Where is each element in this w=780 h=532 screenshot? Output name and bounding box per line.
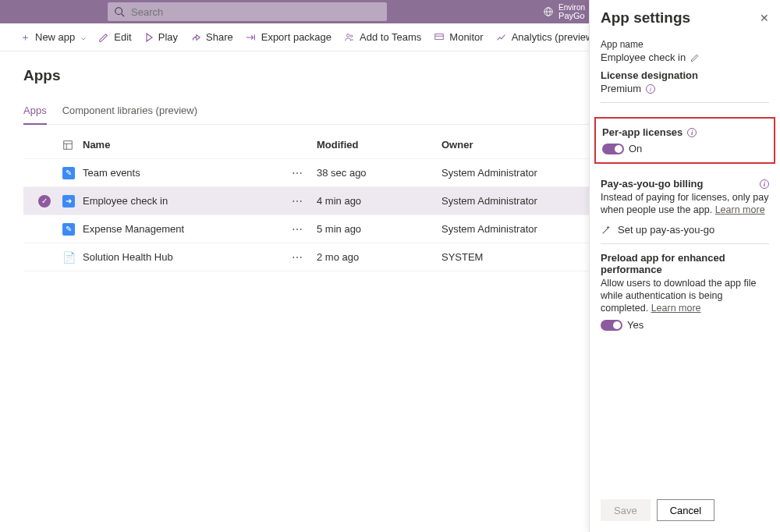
- add-to-teams-button[interactable]: Add to Teams: [339, 28, 426, 46]
- info-icon[interactable]: i: [687, 128, 697, 137]
- app-name: Solution Health Hub: [83, 251, 292, 263]
- environment-icon: [543, 6, 554, 17]
- app-name-label: App name: [601, 39, 769, 50]
- license-value: Premium: [601, 83, 641, 94]
- svg-rect-10: [64, 140, 73, 149]
- plus-icon: ＋: [20, 30, 30, 44]
- per-app-toggle[interactable]: [602, 144, 624, 154]
- owner-cell: System Administrator: [441, 223, 574, 235]
- svg-point-6: [350, 34, 353, 37]
- export-button[interactable]: Export package: [241, 28, 336, 46]
- modified-cell: 5 min ago: [317, 223, 441, 235]
- monitor-icon: [434, 32, 445, 43]
- environment-picker[interactable]: Environ PayGo: [543, 3, 585, 20]
- search-box[interactable]: [108, 2, 387, 21]
- chevron-down-icon: ⌵: [81, 33, 86, 41]
- info-icon[interactable]: i: [760, 179, 769, 189]
- per-app-state: On: [629, 143, 642, 154]
- column-owner[interactable]: Owner: [441, 139, 574, 151]
- modified-cell: 38 sec ago: [317, 167, 441, 179]
- column-layout-icon[interactable]: [62, 140, 83, 151]
- tab-component-libraries[interactable]: Component libraries (preview): [62, 98, 197, 124]
- setup-payg-button[interactable]: Set up pay-as-you-go: [601, 224, 769, 236]
- payg-label: Pay-as-you-go billing: [601, 178, 703, 190]
- row-selected-icon[interactable]: ✓: [38, 195, 51, 207]
- app-settings-panel: App settings ✕ App name Employee check i…: [589, 0, 780, 532]
- app-icon: ✎: [62, 167, 75, 179]
- pencil-icon: [98, 32, 109, 43]
- more-icon[interactable]: ⋯: [292, 195, 317, 207]
- app-icon: 📄: [62, 251, 75, 264]
- owner-cell: System Administrator: [441, 195, 574, 207]
- learn-more-link[interactable]: Learn more: [651, 303, 701, 314]
- column-modified[interactable]: Modified: [317, 139, 441, 151]
- owner-cell: SYSTEM: [441, 251, 574, 263]
- search-icon: [114, 6, 125, 17]
- wand-icon: [601, 225, 612, 236]
- teams-icon: [344, 32, 355, 43]
- modified-cell: 4 min ago: [317, 195, 441, 207]
- new-app-button[interactable]: ＋ New app ⌵: [16, 27, 90, 48]
- app-name-value: Employee check in: [601, 51, 686, 63]
- app-icon: ➜: [62, 195, 75, 207]
- svg-point-0: [115, 8, 122, 15]
- more-icon[interactable]: ⋯: [292, 167, 317, 179]
- per-app-licenses-highlight: Per-app licenses i On: [594, 117, 775, 164]
- app-name: Expense Management: [83, 223, 292, 235]
- svg-rect-7: [435, 34, 444, 39]
- app-name: Employee check in: [83, 195, 292, 207]
- svg-point-5: [347, 34, 350, 37]
- monitor-button[interactable]: Monitor: [429, 28, 488, 46]
- modified-cell: 2 mo ago: [317, 251, 441, 263]
- preload-description: Allow users to download the app file whi…: [601, 277, 769, 314]
- search-input[interactable]: [129, 5, 381, 19]
- info-icon[interactable]: i: [646, 84, 655, 94]
- edit-button[interactable]: Edit: [94, 28, 136, 46]
- preload-state: Yes: [627, 319, 644, 331]
- owner-cell: System Administrator: [441, 167, 574, 179]
- share-icon: [190, 32, 201, 43]
- svg-line-1: [122, 14, 125, 17]
- cancel-button[interactable]: Cancel: [657, 499, 714, 521]
- analytics-button[interactable]: Analytics (preview): [491, 28, 601, 46]
- more-icon[interactable]: ⋯: [292, 223, 317, 236]
- app-icon: ✎: [62, 223, 75, 236]
- more-icon[interactable]: ⋯: [292, 251, 317, 264]
- play-button[interactable]: Play: [140, 28, 183, 46]
- preload-label: Preload app for enhanced performance: [601, 252, 769, 275]
- export-icon: [246, 32, 257, 43]
- close-icon[interactable]: ✕: [760, 12, 769, 24]
- pencil-icon[interactable]: [690, 53, 700, 62]
- preload-toggle[interactable]: [601, 320, 622, 331]
- environment-name: PayGo: [558, 12, 585, 20]
- panel-title: App settings: [601, 9, 690, 27]
- tab-apps[interactable]: Apps: [23, 98, 47, 124]
- license-designation-label: License designation: [601, 69, 769, 81]
- save-button[interactable]: Save: [601, 499, 651, 521]
- learn-more-link[interactable]: Learn more: [715, 204, 765, 215]
- app-name: Team events: [83, 167, 292, 179]
- play-icon: [144, 33, 154, 42]
- chart-icon: [496, 32, 507, 43]
- share-button[interactable]: Share: [186, 28, 238, 46]
- column-name[interactable]: Name: [83, 139, 317, 151]
- per-app-licenses-label: Per-app licenses: [602, 126, 682, 138]
- payg-description: Instead of paying for licenses, only pay…: [601, 191, 769, 216]
